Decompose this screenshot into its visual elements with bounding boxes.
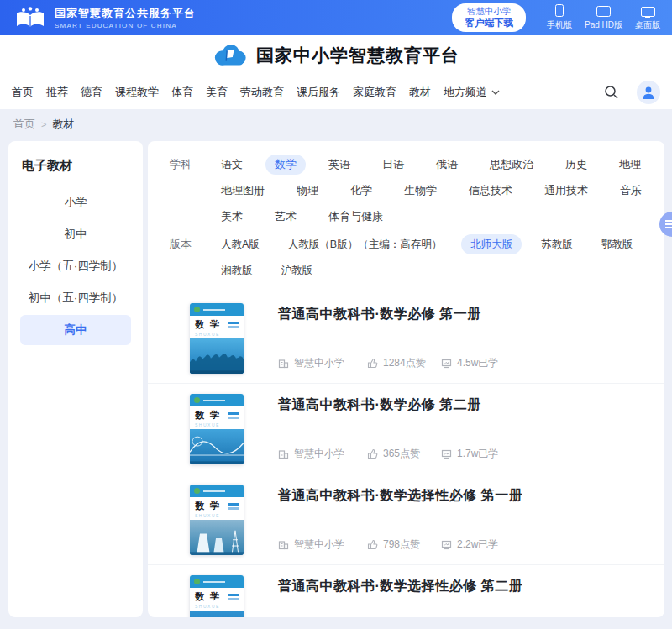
cover-subtitle: SHUXUE [195,422,239,427]
nav-item-sports[interactable]: 体育 [171,85,193,100]
subject-biology[interactable]: 生物学 [395,181,446,201]
cover-title: 数 学 [195,318,221,331]
nav-item-arts[interactable]: 美育 [206,85,228,100]
cover-art-mountain [190,611,244,617]
book-item-4[interactable]: 数 学 SHUXUE [148,565,664,617]
subject-chemistry[interactable]: 化学 [341,181,381,201]
cover-edition-badge [228,594,239,600]
cover-publisher-logo-icon [194,307,200,312]
cover-top-band [190,485,244,497]
screen-icon [441,358,452,369]
subject-chinese[interactable]: 语文 [212,155,252,175]
book-cover-4: 数 学 SHUXUE [190,575,244,617]
book-info: 普通高中教科书·数学必修 第一册 智慧中小学 1284点赞 4.5w已学 [278,303,651,374]
subject-japanese[interactable]: 日语 [373,155,413,175]
cover-publisher-logo-icon [194,488,200,494]
book-learned: 1.7w已学 [441,447,498,461]
cover-top-band [190,575,244,588]
nav-item-recommend[interactable]: 推荐 [46,85,68,100]
sidebar-title: 电子教材 [8,158,143,174]
version-bnu[interactable]: 北师大版 [461,234,522,254]
version-sujiao[interactable]: 苏教版 [532,234,582,254]
sidebar-item-senior[interactable]: 高中 [20,315,131,345]
version-pep-b[interactable]: 人教版（B版）（主编：高存明） [279,234,451,254]
search-icon[interactable] [603,84,620,101]
platform-desktop[interactable]: 桌面版 [635,5,660,31]
cloud-logo-icon [213,43,248,68]
subject-politics[interactable]: 思想政治 [480,155,543,175]
nav-item-regional[interactable]: 地方频道 [444,85,487,100]
book-info: 普通高中教科书·数学选择性必修 第一册 智慧中小学 798点赞 2.2w已 [278,485,651,555]
subject-russian[interactable]: 俄语 [427,155,467,175]
user-avatar-icon[interactable] [637,81,660,104]
subject-english[interactable]: 英语 [319,155,360,175]
version-xiangjiao[interactable]: 湘教版 [212,260,262,280]
publisher-icon [278,539,289,550]
nav-item-moral[interactable]: 德育 [81,85,102,100]
cover-top-lines [203,490,225,492]
nav-item-home[interactable]: 首页 [12,85,34,100]
chevron-down-icon[interactable] [491,90,500,95]
sidebar: 电子教材 小学 初中 小学（五·四学制） 初中（五·四学制） 高中 [8,141,143,617]
nav-item-labor[interactable]: 劳动教育 [240,85,284,100]
subject-history[interactable]: 历史 [556,155,596,175]
publisher-icon [278,448,289,459]
book-title[interactable]: 普通高中教科书·数学选择性必修 第二册 [278,578,651,595]
content-panel: 学科 语文 数学 英语 日语 俄语 思想政治 历史 地理 地理图册 物理 化学 … [148,141,664,617]
main-area: 电子教材 小学 初中 小学（五·四学制） 初中（五·四学制） 高中 学科 语文 … [0,139,672,617]
brand-subtitle: SMART EDUCATION OF CHINA [55,22,196,29]
site-header: 国家中小学智慧教育平台 [0,35,672,76]
version-hujiao[interactable]: 沪教版 [272,260,323,280]
book-title[interactable]: 普通高中教科书·数学选择性必修 第一册 [278,487,651,505]
subject-geography[interactable]: 地理 [610,155,650,175]
site-title: 国家中小学智慧教育平台 [256,44,459,67]
client-download-button[interactable]: 智慧中小学 客户端下载 [452,3,526,32]
version-filter-label: 版本 [170,234,197,280]
version-pep-a[interactable]: 人教A版 [212,234,269,254]
subject-math[interactable]: 数学 [265,155,306,175]
cover-edition-badge [228,322,239,328]
breadcrumb: 首页 > 教材 [0,109,672,139]
cover-art-runners [190,338,244,374]
book-learned: 2.2w已学 [441,537,498,552]
book-item-2[interactable]: 数 学 SHUXUE [148,384,664,474]
sidebar-item-junior[interactable]: 初中 [20,219,131,249]
subject-physics[interactable]: 物理 [287,181,328,201]
platform-desktop-label: 桌面版 [635,19,660,31]
sidebar-item-junior-54[interactable]: 初中（五·四学制） [20,283,131,313]
subject-art[interactable]: 美术 [212,207,252,227]
subject-general-tech[interactable]: 通用技术 [535,181,597,201]
version-ejiao[interactable]: 鄂教版 [592,234,643,254]
subject-music[interactable]: 音乐 [611,181,651,201]
book-likes[interactable]: 798点赞 [367,537,441,552]
subject-it[interactable]: 信息技术 [459,181,522,201]
nav-item-family[interactable]: 家庭教育 [353,85,396,100]
book-info: 普通高中教科书·数学选择性必修 第二册 智慧中小学 153点赞 1.1w已 [278,575,651,617]
book-title[interactable]: 普通高中教科书·数学必修 第二册 [278,396,651,414]
cover-publisher-logo-icon [194,579,200,584]
book-likes[interactable]: 1284点赞 [367,356,441,370]
platform-mobile[interactable]: 手机版 [547,4,572,31]
book-item-1[interactable]: 数 学 SHUXUE [148,293,664,384]
breadcrumb-home[interactable]: 首页 [13,117,35,132]
subject-arts[interactable]: 艺术 [265,207,306,227]
breadcrumb-separator: > [41,119,46,129]
cover-art-curve [190,429,244,464]
nav-item-textbooks[interactable]: 教材 [409,85,431,100]
phone-icon [555,4,564,17]
version-filter-items: 人教A版 人教版（B版）（主编：高存明） 北师大版 苏教版 鄂教版 湘教版 沪教… [212,234,654,280]
nav-item-teaching[interactable]: 课程教学 [115,85,159,100]
book-likes[interactable]: 365点赞 [367,447,441,461]
nav-item-afterschool[interactable]: 课后服务 [297,85,340,100]
book-title[interactable]: 普通高中教科书·数学必修 第一册 [278,306,651,323]
sidebar-item-primary[interactable]: 小学 [20,187,131,218]
sidebar-item-primary-54[interactable]: 小学（五·四学制） [20,251,131,281]
book-meta: 智慧中小学 365点赞 1.7w已学 [278,447,651,461]
subject-pe-health[interactable]: 体育与健康 [319,207,392,227]
platform-pad[interactable]: Pad HD版 [585,4,622,31]
thumbs-up-icon [367,448,378,459]
breadcrumb-current: 教材 [52,117,74,132]
subject-geo-atlas[interactable]: 地理图册 [212,181,274,201]
book-item-3[interactable]: 数 学 SHUXUE [148,474,664,565]
book-publisher: 智慧中小学 [278,537,367,552]
